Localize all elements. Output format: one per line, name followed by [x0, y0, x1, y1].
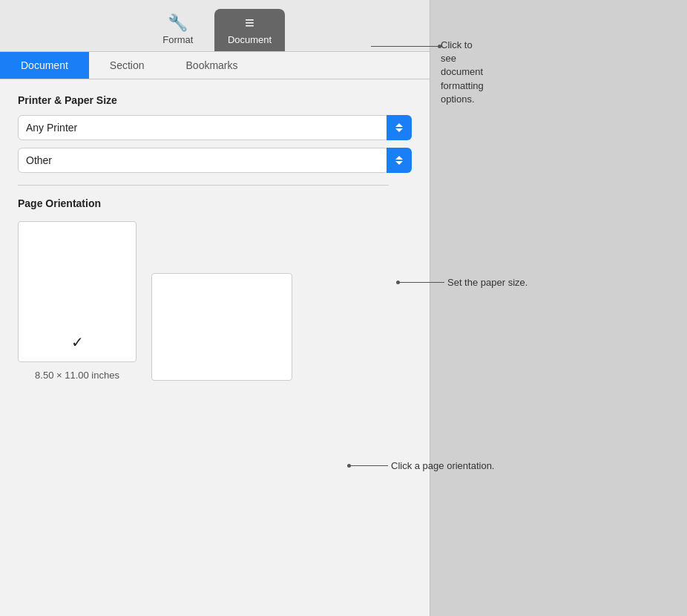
document-label: Document: [228, 34, 272, 45]
document-icon: ≡: [245, 15, 254, 31]
format-icon: 🔧: [168, 15, 188, 31]
chevron-up-icon: [395, 123, 403, 127]
callout-paper-size-text: Set the paper size.: [447, 277, 527, 288]
printer-select[interactable]: Any Printer: [18, 115, 389, 140]
portrait-wrapper: ✓ 8.50 × 11.00 inches: [18, 221, 137, 381]
portrait-button[interactable]: ✓: [18, 221, 137, 362]
paper-select-wrapper: Other: [18, 148, 412, 173]
landscape-button[interactable]: [151, 273, 292, 381]
toolbar: 🔧 Format ≡ Document: [0, 0, 430, 52]
callout-document-text: Click to see document formatting options…: [441, 39, 484, 106]
format-button[interactable]: 🔧 Format: [145, 9, 211, 51]
chevron-down-icon: [395, 128, 403, 132]
paper-select-arrow: [387, 148, 412, 173]
inspector-panel: 🔧 Format ≡ Document Document Section Boo…: [0, 0, 430, 616]
portrait-size-label: 8.50 × 11.00 inches: [35, 370, 119, 381]
tabs-bar: Document Section Bookmarks: [0, 52, 430, 79]
paper-select[interactable]: Other: [18, 148, 389, 173]
printer-select-wrapper: Any Printer: [18, 115, 412, 140]
section-divider: [18, 185, 389, 186]
tab-section[interactable]: Section: [89, 52, 165, 79]
printer-select-arrow: [387, 115, 412, 140]
portrait-checkmark: ✓: [71, 333, 84, 351]
landscape-wrapper: [151, 273, 292, 381]
chevron-up-icon2: [395, 156, 403, 160]
callout-document-options: Click to see document formatting options…: [371, 45, 441, 50]
orientation-section-label: Page Orientation: [18, 197, 412, 209]
tab-document[interactable]: Document: [0, 52, 89, 79]
chevron-down-icon2: [395, 161, 403, 165]
panel-content: Printer & Paper Size Any Printer Other P…: [0, 79, 430, 396]
callout-paper-size: Set the paper size.: [396, 277, 527, 288]
document-button[interactable]: ≡ Document: [214, 9, 285, 51]
orientation-options: ✓ 8.50 × 11.00 inches: [18, 221, 412, 381]
format-label: Format: [162, 34, 193, 45]
callout-orientation: Click a page orientation.: [347, 460, 494, 471]
printer-section-label: Printer & Paper Size: [18, 94, 412, 106]
callout-orientation-text: Click a page orientation.: [391, 460, 494, 471]
tab-bookmarks[interactable]: Bookmarks: [165, 52, 259, 79]
